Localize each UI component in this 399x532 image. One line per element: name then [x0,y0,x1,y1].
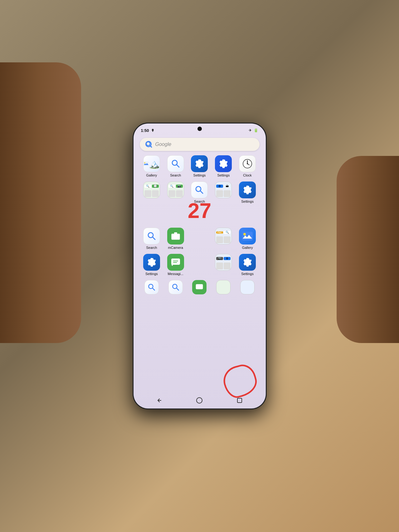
group-icon-1: 🔍 💬 [143,181,160,198]
phone-body: 1:50 🎙 ✈ 🔋 [133,123,267,409]
hand-left [0,62,81,343]
app-search-2-label: Search [194,200,205,203]
gallery-icon-1 [143,155,160,172]
mic-icon: 🎙 [151,128,154,132]
google-search-icon [145,141,152,148]
gallery-icon-2 [239,228,256,244]
app-mcamera-label: mCamera [168,246,183,249]
svg-point-29 [197,398,202,403]
recents-button[interactable] [236,397,243,404]
empty-icon-2 [191,254,208,271]
app-settings-1[interactable]: Settings [188,155,210,177]
svg-rect-18 [174,232,177,234]
app-group-3[interactable]: ⚙ 🏔 [212,181,234,200]
google-search-bar[interactable]: Google [140,138,260,151]
search-icon-2 [191,181,208,198]
app-search-2[interactable]: Search [188,181,210,203]
app-group-1[interactable]: 🔍 💬 [141,181,163,200]
app-group-2[interactable]: 🔍 📷 [165,181,187,200]
app-settings-5[interactable]: Settings [236,254,258,276]
svg-line-27 [176,288,178,290]
battery-icon: 🔋 [254,128,258,133]
app-row-1: Gallery Search [140,155,260,177]
app-mcamera[interactable]: mCamera [165,228,187,249]
svg-rect-28 [196,284,203,289]
svg-line-1 [149,145,151,147]
svg-rect-30 [237,398,242,403]
group-icon-7 [240,280,255,294]
app-row-2: 🔍 💬 🔍 📷 [140,181,260,203]
app-settings-2[interactable]: Settings [212,155,234,177]
svg-point-3 [144,162,145,163]
app-search-3-label: Search [146,246,157,249]
group-icon-6 [216,280,231,294]
svg-line-13 [153,237,155,239]
app-group-4[interactable]: FNC 🔍 [212,228,234,246]
camera-notch [197,127,202,131]
svg-point-20 [243,233,246,235]
app-gallery-1-label: Gallery [146,173,157,177]
app-settings-4-label: Settings [145,272,158,276]
svg-line-11 [200,191,203,193]
airplane-icon: ✈ [249,128,252,133]
app-search-1[interactable]: Search [165,155,187,177]
settings-icon-1 [191,155,208,172]
hand-right [337,156,399,343]
time-display: 1:50 [141,128,149,133]
app-gallery-2-label: Gallery [242,246,253,249]
app-group-5[interactable]: 📷 ⚙ [212,254,234,272]
svg-line-25 [152,288,154,290]
group-icon-5: 📷 ⚙ [215,254,232,271]
status-icons: ✈ 🔋 [249,128,258,133]
search-icon-3 [143,228,160,244]
google-search-placeholder: Google [155,142,172,147]
svg-point-9 [247,163,248,164]
nav-bar [134,392,266,409]
home-button[interactable] [196,397,203,404]
app-settings-5-label: Settings [241,272,254,276]
app-messaging[interactable]: Messagi... [165,254,187,276]
app-clock[interactable]: Clock [236,155,258,177]
svg-point-0 [146,142,150,146]
group-icon-3: ⚙ 🏔 [215,181,232,198]
app-messaging-label: Messagi... [168,272,183,276]
phone-screen: 1:50 🎙 ✈ 🔋 [134,123,266,409]
app-settings-3-label: Settings [241,200,254,203]
settings-icon-4 [143,254,160,271]
search-icon-1 [167,155,184,172]
svg-rect-2 [144,162,149,166]
app-search-3[interactable]: Search [141,228,163,249]
app-settings-2-label: Settings [217,173,230,177]
app-settings-3[interactable]: Settings [236,181,258,203]
search-icon-5 [168,280,183,294]
app-settings-1-label: Settings [193,173,206,177]
app-row-4: Settings Messagi... [140,254,260,276]
app-search-1-label: Search [170,173,181,177]
app-search-5[interactable] [165,280,187,294]
settings-icon-5 [239,254,256,271]
app-gallery-1[interactable]: Gallery [141,155,163,177]
empty-icon-1 [191,228,208,244]
app-messaging-2[interactable] [188,280,210,294]
app-empty-1 [188,228,210,244]
settings-icon-3 [239,181,256,198]
svg-rect-21 [171,259,180,265]
settings-icon-2 [215,155,232,172]
app-group-6[interactable] [212,280,234,294]
app-settings-4[interactable]: Settings [141,254,163,276]
app-group-7[interactable] [236,280,258,294]
svg-point-17 [174,235,177,238]
app-row-3: Search mCamera [140,228,260,249]
group-icon-4: FNC 🔍 [215,228,232,244]
messaging-icon-2 [192,280,207,294]
app-clock-label: Clock [243,173,252,177]
clock-icon [239,155,256,172]
group-icon-2: 🔍 📷 [167,181,184,198]
app-search-4[interactable] [141,280,163,294]
back-button[interactable] [156,397,163,404]
home-content: Google Gallery [134,135,266,392]
svg-line-5 [177,165,179,167]
status-time: 1:50 🎙 [141,128,154,133]
app-row-5 [140,280,260,294]
app-gallery-2[interactable]: Gallery [236,228,258,249]
